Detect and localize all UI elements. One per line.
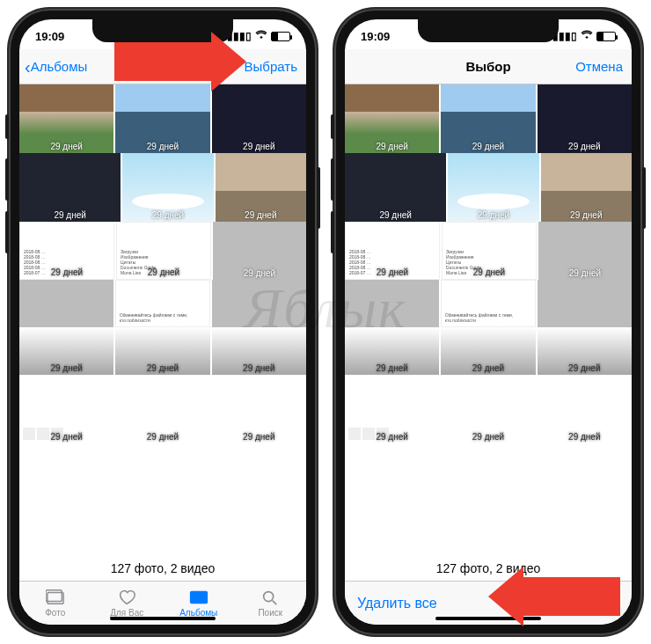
thumb[interactable]: 29 дней (19, 327, 113, 375)
tab-label: Фото (45, 608, 65, 618)
svg-rect-0 (48, 593, 63, 604)
photos-icon (46, 589, 65, 606)
tab-label: Поиск (258, 608, 282, 618)
status-time: 19:09 (35, 30, 64, 43)
thumb[interactable]: 29 дней (19, 84, 113, 153)
thumb[interactable]: 29 дней (19, 153, 121, 222)
status-icons: ▮▮▮▯ (552, 30, 616, 42)
thumb[interactable]: 29 дней (538, 222, 632, 280)
thumb[interactable] (212, 280, 306, 327)
item-count: 127 фото, 2 видео (19, 553, 306, 581)
annotation-arrow-delete (488, 567, 620, 626)
thumb[interactable]: 29 дней (345, 84, 439, 153)
thumb[interactable]: 29 дней (441, 84, 535, 153)
battery-icon (271, 32, 290, 41)
thumb[interactable]: Обменивайтесь файлами с теми,кто поблизо… (115, 280, 211, 327)
annotation-arrow-select (114, 32, 246, 91)
thumb[interactable]: 2018-08 …2018-08 …2018-08 …2018-08 …2018… (19, 222, 114, 280)
thumb[interactable]: 29 дней (115, 84, 209, 153)
thumb[interactable]: 29 дней (538, 375, 632, 443)
thumb[interactable] (19, 280, 113, 327)
nav-bar: Выбор Отмена (345, 49, 632, 84)
thumb[interactable]: 29 дней (345, 375, 439, 443)
thumb[interactable]: 29 дней (448, 153, 538, 222)
thumb[interactable]: 29 дней (212, 375, 306, 443)
thumb[interactable] (538, 280, 632, 327)
svg-rect-2 (190, 591, 208, 604)
thumb[interactable]: ЗагрузкиИзображенияЦитатыDocuments Guide… (442, 222, 537, 280)
status-time: 19:09 (361, 30, 390, 43)
thumb[interactable]: 29 дней (122, 153, 213, 222)
thumb[interactable]: 29 дней (213, 222, 306, 280)
thumb[interactable] (345, 280, 439, 327)
chevron-left-icon: ‹ (25, 58, 31, 76)
notch (418, 19, 559, 42)
photo-grid[interactable]: 29 дней 29 дней 29 дней 29 дней 29 дней … (19, 84, 306, 553)
thumb[interactable]: 29 дней (19, 375, 113, 443)
thumb[interactable]: 29 дней (345, 153, 446, 222)
svg-rect-1 (46, 590, 62, 602)
svg-line-4 (273, 601, 277, 605)
thumb[interactable]: 29 дней (345, 327, 439, 375)
thumb[interactable]: 29 дней (441, 375, 535, 443)
svg-point-3 (264, 592, 274, 602)
thumb[interactable]: 29 дней (541, 153, 632, 222)
thumb[interactable]: ЗагрузкиИзображенияЦитатыDocuments Guide… (116, 222, 211, 280)
back-label: Альбомы (31, 59, 88, 74)
battery-icon (596, 32, 616, 41)
foryou-icon (117, 589, 136, 606)
thumb[interactable]: 29 дней (212, 327, 306, 375)
thumb[interactable]: 29 дней (538, 84, 632, 153)
home-indicator[interactable] (110, 617, 216, 620)
wifi-icon (581, 30, 593, 42)
search-icon (260, 589, 280, 606)
back-button[interactable]: ‹ Альбомы (19, 58, 87, 76)
photo-grid[interactable]: 29 дней 29 дней 29 дней 29 дней 29 дней … (345, 84, 632, 553)
thumb[interactable]: Обменивайтесь файлами с теми,кто поблизо… (441, 280, 537, 327)
wifi-icon (255, 30, 267, 42)
tab-search[interactable]: Поиск (235, 582, 307, 625)
thumb[interactable]: 29 дней (538, 327, 632, 375)
delete-all-button[interactable]: Удалить все (357, 596, 437, 611)
thumb[interactable]: 2018-08 …2018-08 …2018-08 …2018-08 …2018… (345, 222, 440, 280)
thumb[interactable]: 29 дней (216, 153, 306, 222)
albums-icon (189, 589, 208, 606)
phone-right: 19:09 ▮▮▮▯ Выбор Отмена 29 дней 29 дней … (334, 9, 642, 635)
select-button[interactable]: Выбрать (245, 59, 306, 74)
thumb[interactable]: 29 дней (441, 327, 535, 375)
thumb[interactable]: 29 дней (115, 327, 209, 375)
thumb[interactable]: 29 дней (212, 84, 306, 153)
phone-left: 19:09 ▮▮▮▯ ‹ Альбомы Н Выбрать (9, 9, 317, 635)
thumb[interactable]: 29 дней (115, 375, 209, 443)
tab-photos[interactable]: Фото (19, 582, 91, 625)
cancel-button[interactable]: Отмена (575, 59, 632, 74)
